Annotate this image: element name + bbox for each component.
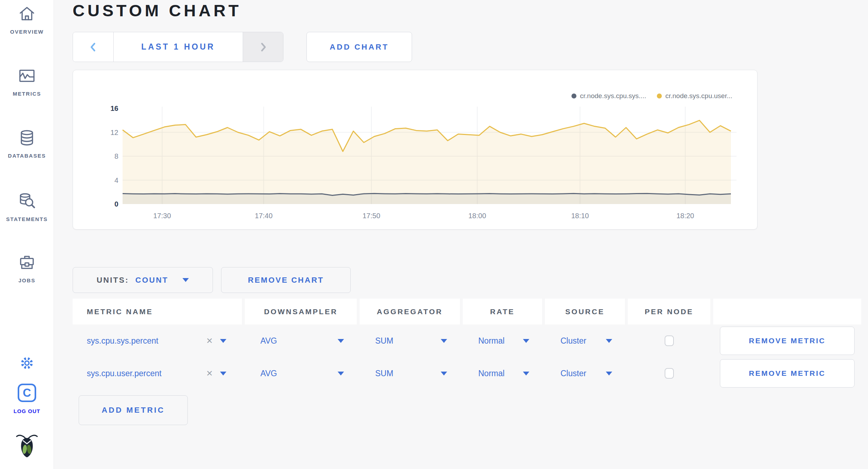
per-node-checkbox[interactable] bbox=[665, 335, 674, 346]
caret-down-icon bbox=[523, 339, 529, 343]
caret-down-icon bbox=[182, 278, 189, 282]
metrics-chart[interactable]: 17:3017:4017:5018:0018:1018:200481216 bbox=[73, 70, 758, 230]
time-range-selector: LAST 1 HOUR bbox=[73, 32, 283, 62]
metric-name-value: sys.cpu.sys.percent bbox=[87, 336, 158, 346]
rate-value: Normal bbox=[478, 369, 505, 378]
sidebar-item-jobs[interactable]: JOBS bbox=[0, 253, 54, 283]
svg-text:4: 4 bbox=[114, 176, 118, 184]
caret-down-icon bbox=[220, 339, 226, 343]
downsampler-value: AVG bbox=[260, 369, 277, 378]
column-header-downsampler: DOWNSAMPLER bbox=[245, 299, 357, 324]
logout-label: LOG OUT bbox=[13, 408, 40, 414]
aggregator-dropdown[interactable]: SUM bbox=[360, 336, 460, 346]
statements-icon bbox=[18, 191, 36, 210]
sidebar-item-logout[interactable]: C LOG OUT bbox=[0, 382, 54, 414]
per-node-checkbox[interactable] bbox=[665, 368, 674, 379]
metrics-icon bbox=[18, 67, 36, 85]
source-value: Cluster bbox=[560, 369, 586, 378]
remove-chart-button[interactable]: REMOVE CHART bbox=[221, 267, 351, 293]
source-dropdown[interactable]: Cluster bbox=[545, 336, 625, 346]
logout-icon: C bbox=[16, 382, 38, 404]
time-range-label[interactable]: LAST 1 HOUR bbox=[114, 32, 243, 62]
sidebar-item-metrics[interactable]: METRICS bbox=[0, 67, 54, 97]
downsampler-dropdown[interactable]: AVG bbox=[245, 336, 357, 346]
source-value: Cluster bbox=[560, 336, 586, 346]
time-range-prev-button[interactable] bbox=[73, 32, 114, 62]
rate-value: Normal bbox=[478, 336, 505, 346]
add-chart-button[interactable]: ADD CHART bbox=[306, 32, 412, 62]
svg-text:17:30: 17:30 bbox=[153, 212, 171, 220]
sidebar-item-statements[interactable]: STATEMENTS bbox=[0, 191, 54, 222]
aggregator-value: SUM bbox=[375, 336, 393, 346]
svg-text:16: 16 bbox=[111, 104, 118, 112]
caret-down-icon bbox=[338, 339, 344, 343]
databases-icon bbox=[18, 129, 36, 147]
sidebar-item-label: METRICS bbox=[13, 91, 41, 97]
rate-dropdown[interactable]: Normal bbox=[463, 336, 542, 346]
sidebar-item-overview[interactable]: OVERVIEW bbox=[0, 5, 54, 35]
column-header-rate: RATE bbox=[463, 299, 542, 324]
aggregator-dropdown[interactable]: SUM bbox=[360, 369, 460, 378]
column-header-per-node: PER NODE bbox=[628, 299, 710, 324]
downsampler-dropdown[interactable]: AVG bbox=[245, 369, 357, 378]
aggregator-value: SUM bbox=[375, 369, 393, 378]
rate-dropdown[interactable]: Normal bbox=[463, 369, 542, 378]
units-label: UNITS: bbox=[97, 276, 129, 285]
remove-metric-button[interactable]: REMOVE METRIC bbox=[720, 359, 855, 388]
svg-text:C: C bbox=[23, 386, 31, 399]
svg-text:17:40: 17:40 bbox=[255, 212, 272, 220]
caret-down-icon bbox=[606, 339, 612, 343]
per-node-cell bbox=[628, 335, 710, 346]
cockroachdb-logo bbox=[0, 430, 54, 460]
svg-text:18:00: 18:00 bbox=[468, 212, 486, 220]
svg-text:18:20: 18:20 bbox=[676, 212, 694, 220]
remove-metric-button[interactable]: REMOVE METRIC bbox=[720, 327, 855, 355]
metric-name-dropdown[interactable]: sys.cpu.sys.percent ✕ bbox=[73, 336, 242, 346]
svg-text:12: 12 bbox=[111, 129, 118, 136]
units-value: COUNT bbox=[135, 276, 168, 285]
gear-icon bbox=[18, 354, 36, 372]
table-row: sys.cpu.user.percent ✕ AVG SUM Normal Cl… bbox=[73, 357, 861, 390]
units-dropdown[interactable]: UNITS: COUNT bbox=[73, 267, 213, 293]
metrics-table-header: METRIC NAME DOWNSAMPLER AGGREGATOR RATE … bbox=[73, 299, 861, 324]
source-dropdown[interactable]: Cluster bbox=[545, 369, 625, 378]
time-range-next-button[interactable] bbox=[243, 32, 283, 62]
sidebar-item-settings[interactable] bbox=[0, 354, 54, 372]
metric-name-value: sys.cpu.user.percent bbox=[87, 369, 162, 378]
add-metric-button[interactable]: ADD METRIC bbox=[79, 395, 188, 425]
chevron-left-icon bbox=[89, 42, 98, 52]
home-icon bbox=[18, 5, 36, 23]
sidebar-item-label: OVERVIEW bbox=[10, 29, 44, 35]
svg-text:8: 8 bbox=[114, 152, 118, 160]
caret-down-icon bbox=[441, 339, 447, 343]
clear-metric-icon[interactable]: ✕ bbox=[206, 336, 213, 346]
svg-text:0: 0 bbox=[114, 200, 118, 208]
controls-row: LAST 1 HOUR ADD CHART bbox=[73, 32, 868, 62]
clear-metric-icon[interactable]: ✕ bbox=[206, 369, 213, 378]
sidebar: OVERVIEW METRICS DATABASES STATEMENTS bbox=[0, 0, 54, 469]
downsampler-value: AVG bbox=[260, 336, 277, 346]
caret-down-icon bbox=[338, 372, 344, 375]
sidebar-item-label: DATABASES bbox=[8, 153, 46, 159]
sidebar-item-databases[interactable]: DATABASES bbox=[0, 129, 54, 159]
jobs-icon bbox=[18, 253, 36, 272]
column-header-metric-name: METRIC NAME bbox=[73, 299, 242, 324]
column-header-source: SOURCE bbox=[545, 299, 625, 324]
caret-down-icon bbox=[523, 372, 529, 375]
caret-down-icon bbox=[441, 372, 447, 375]
column-header-aggregator: AGGREGATOR bbox=[360, 299, 460, 324]
caret-down-icon bbox=[220, 372, 226, 375]
metrics-table: METRIC NAME DOWNSAMPLER AGGREGATOR RATE … bbox=[73, 299, 861, 390]
sidebar-item-label: JOBS bbox=[18, 277, 35, 283]
chart-card: cr.node.sys.cpu.sys.... cr.node.sys.cpu.… bbox=[73, 70, 757, 230]
chevron-right-icon bbox=[259, 42, 268, 52]
svg-text:18:10: 18:10 bbox=[571, 212, 589, 220]
metric-name-dropdown[interactable]: sys.cpu.user.percent ✕ bbox=[73, 369, 242, 378]
svg-text:17:50: 17:50 bbox=[362, 212, 380, 220]
column-header-actions bbox=[713, 299, 861, 324]
actions-cell: REMOVE METRIC bbox=[713, 327, 861, 355]
sidebar-item-label: STATEMENTS bbox=[6, 216, 47, 222]
page-title: CUSTOM CHART bbox=[73, 2, 868, 19]
table-row: sys.cpu.sys.percent ✕ AVG SUM Normal Clu… bbox=[73, 324, 861, 357]
main-content: CUSTOM CHART LAST 1 HOUR ADD CHART cr.no… bbox=[54, 0, 868, 469]
